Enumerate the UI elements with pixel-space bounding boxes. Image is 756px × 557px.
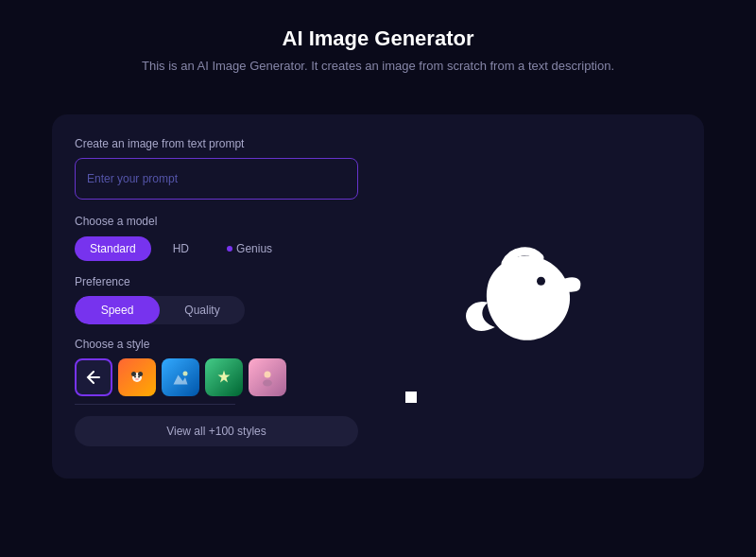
page-title: AI Image Generator [142, 26, 614, 51]
style-thumb-none[interactable] [75, 358, 112, 396]
svg-point-11 [537, 276, 545, 285]
style-thumb-portrait[interactable] [249, 358, 286, 396]
right-panel [358, 137, 681, 460]
main-card: Create an image from text prompt Choose … [52, 114, 704, 479]
view-all-styles-button[interactable]: View all +100 styles [75, 416, 358, 446]
model-label: Choose a model [75, 215, 358, 228]
svg-point-1 [131, 372, 136, 376]
left-panel: Create an image from text prompt Choose … [75, 137, 358, 460]
svg-point-7 [183, 372, 188, 376]
preference-buttons: Speed Quality [75, 296, 245, 324]
model-standard-button[interactable]: Standard [75, 236, 151, 261]
svg-point-4 [138, 376, 140, 378]
style-thumb-landscape[interactable] [162, 358, 199, 396]
logo-container [358, 137, 681, 460]
preference-label: Preference [75, 275, 358, 288]
svg-point-5 [135, 378, 139, 380]
fantasy-icon [215, 368, 233, 387]
style-thumb-fantasy[interactable] [205, 358, 243, 396]
style-thumbnails [75, 358, 358, 396]
prompt-label: Create an image from text prompt [75, 137, 358, 150]
model-buttons: Standard HD Genius [75, 235, 358, 262]
svg-point-10 [263, 380, 272, 387]
preference-speed-button[interactable]: Speed [75, 296, 160, 324]
model-genius-button[interactable]: Genius [211, 235, 288, 262]
landscape-icon [171, 368, 190, 387]
svg-point-9 [265, 372, 271, 378]
page-header: AI Image Generator This is an AI Image G… [123, 0, 633, 86]
style-section: Choose a style [75, 338, 358, 446]
model-section: Choose a model Standard HD Genius [75, 215, 358, 262]
model-hd-button[interactable]: HD [157, 235, 205, 262]
portrait-icon [258, 368, 277, 387]
style-label: Choose a style [75, 338, 358, 351]
preference-section: Preference Speed Quality [75, 275, 358, 324]
svg-point-3 [134, 376, 136, 378]
svg-marker-6 [174, 375, 188, 385]
svg-point-2 [138, 372, 143, 376]
app-logo [449, 228, 591, 370]
preference-quality-button[interactable]: Quality [160, 296, 245, 324]
white-square-accent [405, 392, 417, 403]
animal-icon [128, 368, 146, 387]
svg-marker-8 [218, 371, 231, 383]
divider [75, 404, 235, 405]
prompt-input[interactable] [75, 158, 358, 200]
back-arrow-icon [84, 368, 103, 387]
genius-dot-icon [227, 246, 232, 252]
page-subtitle: This is an AI Image Generator. It create… [142, 59, 614, 73]
style-thumb-animal[interactable] [118, 358, 156, 396]
